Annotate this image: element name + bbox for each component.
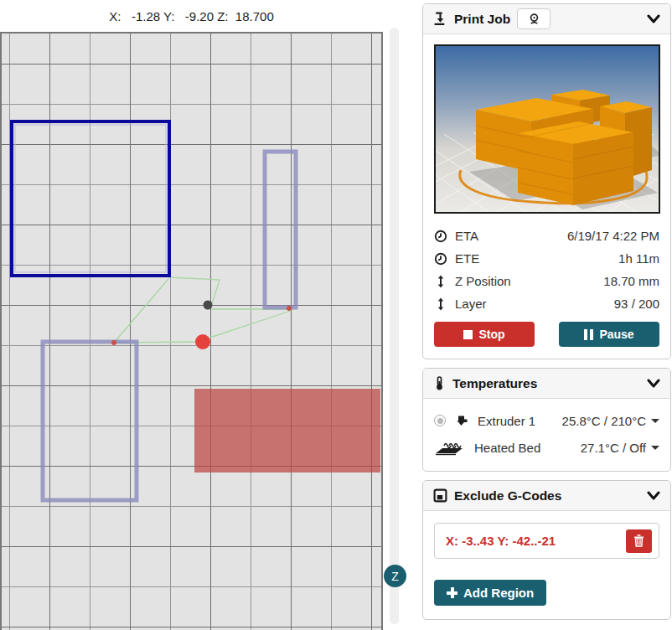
stat-label: ETE — [455, 251, 479, 266]
excluded-region-label: X: -3..43 Y: -42..-21 — [446, 534, 556, 548]
z-height-icon — [434, 275, 447, 288]
stat-value: 1h 11m — [618, 251, 659, 266]
temperatures-panel: Temperatures Extruder 1 — [422, 368, 671, 472]
temp-row-extruder: Extruder 1 25.8°C / 210°C — [434, 407, 659, 434]
delete-region-button[interactable] — [626, 529, 652, 553]
chevron-down-icon[interactable] — [647, 379, 660, 389]
retraction-dot — [287, 306, 292, 311]
webcam-button[interactable] — [517, 8, 551, 29]
print-job-icon — [433, 12, 447, 26]
selected-region-rect — [12, 121, 169, 276]
print-bed-canvas[interactable] — [0, 32, 383, 630]
temp-label: Extruder 1 — [478, 414, 535, 428]
clock-icon — [434, 230, 447, 243]
stop-button[interactable]: Stop — [434, 322, 535, 347]
temp-label: Heated Bed — [474, 441, 540, 455]
print-job-panel: Print Job — [422, 3, 671, 359]
sidebar: Print Job — [422, 3, 671, 620]
temperatures-title: Temperatures — [452, 376, 537, 391]
trash-icon — [633, 534, 644, 547]
extruder-radio[interactable] — [434, 415, 446, 426]
pause-icon — [584, 329, 593, 340]
stat-label: Layer — [455, 297, 487, 311]
origin-dot — [204, 301, 213, 310]
nozzle-position-dot — [195, 334, 210, 349]
extruder-icon — [454, 414, 469, 428]
retraction-dot — [111, 340, 116, 345]
chevron-down-icon[interactable] — [647, 491, 660, 501]
stat-label: Z Position — [455, 274, 511, 288]
excluded-region-rect — [194, 389, 380, 472]
print-preview-image — [434, 44, 660, 214]
z-slider-handle[interactable]: Z — [384, 565, 406, 587]
stat-value: 6/19/17 4:22 PM — [567, 229, 659, 243]
exclude-gcodes-title: Exclude G-Codes — [454, 488, 561, 503]
heated-bed-temp-dropdown[interactable]: 27.1°C / Off — [581, 441, 659, 455]
stat-value: 93 / 200 — [614, 297, 659, 311]
webcam-icon — [528, 13, 540, 25]
stat-row-layer: Layer 93 / 200 — [434, 292, 659, 315]
position-readout: X: -1.28 Y: -9.20 Z: 18.700 — [0, 9, 383, 23]
thermometer-icon — [433, 376, 446, 390]
stat-label: ETA — [455, 229, 478, 243]
stop-icon — [463, 330, 473, 339]
clock-icon — [434, 252, 447, 266]
chevron-down-icon[interactable] — [647, 14, 660, 24]
pause-button[interactable]: Pause — [559, 322, 659, 347]
exclude-gcodes-panel: Exclude G-Codes X: -3..43 Y: -42..-21 — [422, 480, 671, 620]
temp-row-heated-bed: Heated Bed 27.1°C / Off — [434, 434, 659, 461]
heated-bed-icon — [434, 440, 466, 456]
caret-down-icon — [651, 419, 659, 423]
plus-icon — [447, 587, 457, 598]
extruder-temp-dropdown[interactable]: 25.8°C / 210°C — [562, 414, 659, 428]
octoprint-exclude-region-app: X: -1.28 Y: -9.20 Z: 18.700 — [0, 0, 672, 630]
exclude-gcodes-header: Exclude G-Codes — [423, 481, 670, 511]
add-region-button[interactable]: Add Region — [434, 580, 546, 606]
exclude-region-icon — [433, 488, 447, 503]
caret-down-icon — [651, 446, 659, 450]
excluded-region-item[interactable]: X: -3..43 Y: -42..-21 — [434, 523, 659, 559]
stat-row-ete: ETE 1h 11m — [434, 247, 659, 270]
stat-row-eta: ETA 6/19/17 4:22 PM — [434, 225, 659, 247]
stat-row-z-position: Z Position 18.70 mm — [434, 270, 659, 292]
print-job-stats: ETA 6/19/17 4:22 PM ETE 1h 11m — [434, 225, 659, 315]
print-job-title: Print Job — [454, 12, 510, 27]
z-slider-track[interactable] — [390, 28, 399, 624]
stat-value: 18.70 mm — [603, 274, 659, 288]
print-job-header: Print Job — [423, 4, 670, 34]
temperatures-header: Temperatures — [423, 369, 670, 399]
z-height-icon — [434, 297, 447, 311]
bed-overlay — [2, 34, 383, 630]
